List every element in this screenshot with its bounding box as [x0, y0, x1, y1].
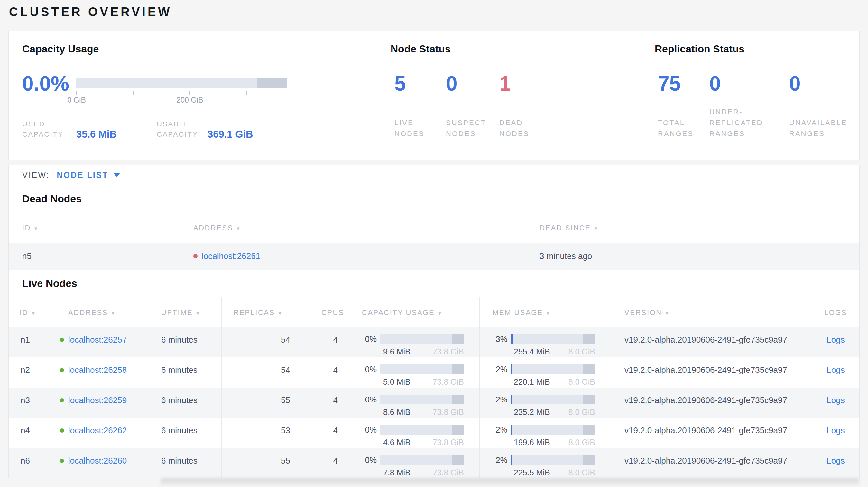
sort-arrow-icon: ▼: [31, 311, 36, 316]
mem-percent: 2%: [493, 425, 510, 434]
capacity-used-value: 4.6 MiB: [383, 438, 410, 447]
sort-arrow-icon: ▼: [593, 226, 599, 231]
sort-arrow-icon: ▼: [278, 311, 283, 316]
capacity-usage-cell: 0% 4.6 MiB 73.8 GiB: [349, 418, 480, 448]
mem-usage-cell: 2% 225.5 MiB 8.0 GiB: [480, 448, 611, 478]
under-replicated-ranges-label: UNDER-REPLICATEDRANGES: [709, 106, 763, 139]
logs-cell: Logs: [812, 418, 859, 448]
mem-percent: 3%: [493, 334, 510, 344]
capacity-used-value: 8.6 MiB: [383, 408, 410, 417]
capacity-mini-bar: [380, 364, 464, 374]
capacity-usage-bar: [76, 78, 287, 88]
node-replicas: 53: [222, 418, 302, 448]
node-list-panel: VIEW: NODE LIST Dead Nodes ID▼ ADDRESS▼ …: [8, 165, 860, 478]
live-status-dot-icon: [60, 428, 64, 433]
chevron-down-icon[interactable]: [114, 173, 120, 177]
column-header-uptime[interactable]: UPTIME▼: [150, 297, 222, 327]
node-address-link[interactable]: localhost:26259: [68, 395, 127, 405]
column-header-address[interactable]: ADDRESS▼: [181, 212, 528, 243]
mem-mini-bar: [510, 334, 595, 344]
node-address-link[interactable]: localhost:26258: [68, 365, 127, 375]
capacity-mini-bar: [380, 455, 464, 465]
node-address-cell: localhost:26262: [54, 418, 150, 448]
logs-link[interactable]: Logs: [827, 426, 844, 435]
mem-mini-bar: [510, 455, 595, 465]
axis-tick: [246, 91, 247, 95]
node-id: n1: [9, 327, 54, 357]
suspect-nodes-label: SUSPECTNODES: [446, 118, 486, 139]
node-version: v19.2.0-alpha.20190606-2491-gfe735c9a97: [611, 388, 812, 418]
node-version: v19.2.0-alpha.20190606-2491-gfe735c9a97: [611, 448, 812, 478]
node-uptime: 6 minutes: [150, 327, 222, 357]
mem-total-value: 8.0 GiB: [568, 468, 595, 477]
node-uptime: 6 minutes: [150, 388, 222, 418]
used-capacity-value: 35.6 MiB: [76, 129, 117, 140]
capacity-total-value: 73.8 GiB: [433, 377, 464, 387]
mem-usage-cell: 2% 220.1 MiB 8.0 GiB: [480, 357, 611, 388]
mem-usage-cell: 2% 235.2 MiB 8.0 GiB: [480, 388, 611, 418]
node-address-link[interactable]: localhost:26261: [202, 251, 260, 261]
node-uptime: 6 minutes: [150, 448, 222, 478]
node-cpus: 4: [302, 357, 349, 388]
mem-used-value: 220.1 MiB: [514, 377, 550, 387]
node-status-title: Node Status: [391, 43, 451, 55]
capacity-usage-cell: 0% 5.0 MiB 73.8 GiB: [349, 357, 480, 388]
node-id: n6: [9, 448, 54, 478]
mem-total-value: 8.0 GiB: [568, 438, 595, 447]
view-dropdown[interactable]: NODE LIST: [57, 170, 108, 180]
node-uptime: 6 minutes: [150, 357, 222, 388]
node-address-link[interactable]: localhost:26257: [68, 335, 127, 345]
label-line: USABLE: [157, 119, 198, 129]
logs-cell: Logs: [812, 388, 859, 418]
capacity-mini-bar: [380, 334, 464, 344]
node-version: v19.2.0-alpha.20190606-2491-gfe735c9a97: [611, 357, 812, 388]
column-header-replicas[interactable]: REPLICAS▼: [222, 297, 302, 327]
column-header-version[interactable]: VERSION▼: [611, 297, 812, 327]
capacity-used-value: 7.8 MiB: [383, 468, 410, 477]
node-replicas: 55: [222, 448, 302, 478]
mem-total-value: 8.0 GiB: [568, 377, 595, 387]
usable-capacity-label: USABLE CAPACITY: [157, 119, 198, 140]
live-nodes-rows: n1 localhost:26257 6 minutes 54 4 0% 9.6…: [9, 327, 859, 478]
logs-link[interactable]: Logs: [827, 335, 844, 345]
node-address-link[interactable]: localhost:26260: [68, 456, 127, 465]
capacity-percent: 0%: [362, 334, 380, 344]
logs-link[interactable]: Logs: [827, 365, 844, 375]
logs-link[interactable]: Logs: [827, 395, 844, 405]
mem-usage-cell: 2% 199.6 MiB 8.0 GiB: [480, 418, 611, 448]
unavailable-ranges-label: UNAVAILABLERANGES: [789, 118, 847, 139]
column-header-id[interactable]: ID▼: [9, 212, 181, 243]
axis-tick-label: 200 GiB: [167, 96, 212, 104]
column-header-mem-usage[interactable]: MEM USAGE▼: [480, 297, 611, 327]
logs-link[interactable]: Logs: [827, 456, 844, 465]
column-header-id[interactable]: ID▼: [9, 297, 54, 327]
used-capacity-label: USED CAPACITY: [22, 119, 63, 140]
node-cpus: 4: [302, 388, 349, 418]
live-node-row: n2 localhost:26258 6 minutes 54 4 0% 5.0…: [9, 357, 859, 388]
column-header-capacity-usage[interactable]: CAPACITY USAGE▼: [349, 297, 480, 327]
dead-nodes-label: DEADNODES: [499, 118, 529, 139]
sort-arrow-icon: ▼: [437, 311, 443, 316]
column-header-logs: LOGS: [812, 297, 859, 327]
column-header-address[interactable]: ADDRESS▼: [54, 297, 150, 327]
capacity-mini-bar: [380, 425, 464, 434]
column-header-dead-since[interactable]: DEAD SINCE▼: [528, 212, 859, 243]
sort-arrow-icon: ▼: [33, 226, 39, 231]
live-node-row: n4 localhost:26262 6 minutes 53 4 0% 4.6…: [9, 418, 859, 448]
node-cpus: 4: [302, 327, 349, 357]
mem-used-value: 225.5 MiB: [514, 468, 550, 477]
capacity-usage-cell: 0% 8.6 MiB 73.8 GiB: [349, 388, 480, 418]
node-replicas: 55: [222, 388, 302, 418]
live-status-dot-icon: [60, 338, 64, 342]
capacity-bar-reserved-segment: [257, 78, 287, 88]
capacity-mini-bar: [380, 395, 464, 404]
node-id: n3: [9, 388, 54, 418]
capacity-percent: 0%: [362, 395, 380, 404]
axis-tick: [189, 91, 190, 95]
dead-nodes-count: 1: [499, 72, 511, 96]
view-selector-bar: VIEW: NODE LIST: [9, 165, 859, 185]
mem-percent: 2%: [493, 365, 510, 374]
usable-capacity-value: 369.1 GiB: [208, 129, 253, 140]
node-address-link[interactable]: localhost:26262: [68, 426, 127, 435]
node-version: v19.2.0-alpha.20190606-2491-gfe735c9a97: [611, 418, 812, 448]
